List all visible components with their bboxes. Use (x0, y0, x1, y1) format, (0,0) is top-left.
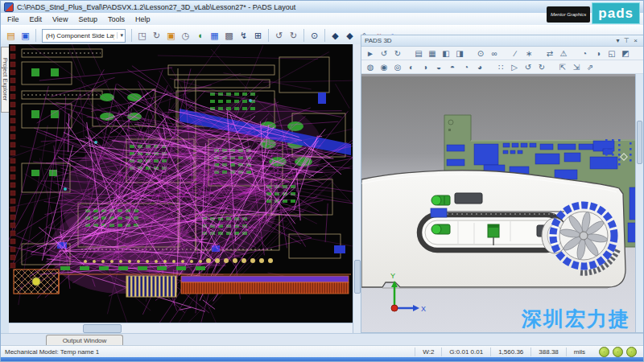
panel-close-icon[interactable]: × (631, 37, 640, 44)
route-icon[interactable]: ↯ (237, 29, 250, 43)
panel-vertical-scrollbar-thumb[interactable] (637, 121, 642, 164)
panel-pin-icon[interactable]: ⊤ (622, 37, 631, 44)
save-icon[interactable]: ▣ (19, 29, 32, 43)
chevron-down-icon: ▾ (117, 32, 123, 39)
panel-menu-icon[interactable]: ▾ (613, 37, 622, 44)
view-back-icon[interactable]: ◓ (446, 61, 459, 72)
menu-edit[interactable]: Edit (30, 15, 43, 23)
view-filter-2-icon[interactable]: ◆ (343, 29, 357, 43)
status-bar: Mechanical Model: Temp name 1 W:2 G:0.01… (1, 345, 643, 358)
measure-z-icon[interactable]: ⇲ (570, 61, 583, 72)
select-icon[interactable]: ► (364, 47, 377, 59)
view-left-icon[interactable]: ◐ (405, 61, 418, 72)
sheet-icon[interactable]: ▤ (412, 47, 425, 59)
layer-dropdown-value: (H) Component Side Lay (46, 32, 114, 39)
align-icon[interactable]: ⇄ (543, 47, 556, 59)
view-filter-1-icon[interactable]: ◆ (328, 29, 342, 43)
clock-icon[interactable]: ◷ (179, 29, 192, 43)
collision-warning-icon[interactable]: ⚠ (557, 47, 570, 59)
axis-y-label: Y (390, 272, 395, 280)
layer-dropdown[interactable]: (H) Component Side Lay ▾ (42, 29, 126, 43)
board-outline-icon[interactable]: ▣ (164, 29, 178, 43)
window-bottom-border (1, 357, 643, 362)
status-green-button-2[interactable]: ∙ (613, 347, 623, 357)
toolbar-separator (35, 29, 36, 42)
pads-logo: pads (592, 2, 640, 24)
board-view-icon[interactable]: ▦ (426, 47, 439, 59)
pcb-layout-canvas[interactable] (9, 44, 353, 323)
measure-angle-icon[interactable]: ⇗ (584, 61, 597, 72)
layout-vertical-scrollbar-thumb[interactable] (354, 260, 361, 294)
properties-icon[interactable]: ◳ (135, 29, 149, 43)
layout-horizontal-scrollbar[interactable] (9, 323, 353, 334)
project-explorer-strip: Project Explorer (1, 44, 9, 333)
pads-3d-panel: PADS 3D ▾ ⊤ × ► ↺ ↻ ▤ ▦ ◧ ◨ ⊙ ∞ ∕ ∗ ⇄ ⚠ … (361, 35, 644, 333)
circle-view-a-icon[interactable]: ◔ (578, 47, 591, 59)
status-green-button-1[interactable]: ∙ (599, 347, 609, 357)
layout-horizontal-scrollbar-thumb[interactable] (83, 324, 122, 333)
menu-tools[interactable]: Tools (108, 15, 125, 23)
toolbar-separator (324, 29, 325, 42)
zoom-icon[interactable]: ⊙ (308, 29, 321, 43)
circle-view-b-icon[interactable]: ◑ (592, 47, 605, 59)
rotate-left-icon[interactable]: ↺ (378, 47, 390, 59)
output-window-tab[interactable]: Output Window (46, 335, 123, 346)
photo-view-icon[interactable]: ▩ (222, 29, 236, 43)
view-right-icon[interactable]: ◑ (419, 61, 431, 72)
solid-view-icon[interactable]: ◧ (440, 47, 452, 59)
search-3d-icon[interactable]: ∞ (488, 47, 501, 59)
status-units: mils (566, 348, 592, 356)
toolbar-separator (303, 29, 304, 42)
snap-points-icon[interactable]: ∗ (522, 47, 535, 59)
transparent-view-icon[interactable]: ◨ (453, 47, 466, 59)
view-iso-icon[interactable]: ◍ (364, 61, 377, 72)
view-bottom-icon[interactable]: ◎ (391, 61, 404, 72)
pads-3d-title: PADS 3D (365, 37, 613, 44)
menu-file[interactable]: File (7, 15, 19, 23)
pad-stacks-icon[interactable]: ⊞ (251, 29, 265, 43)
view-sw-icon[interactable]: ◕ (473, 61, 486, 72)
redo-icon[interactable]: ↻ (287, 29, 300, 43)
pads-layout-window: C:\PADS_Stnd_Plus_Eval\PADSVX.1.2\Lesson… (0, 0, 644, 362)
box-view-icon[interactable]: ◩ (619, 47, 632, 59)
open-folder-icon[interactable]: ▤ (4, 29, 18, 43)
undo-icon[interactable]: ↺ (272, 29, 286, 43)
spin-right-icon[interactable]: ↻ (535, 61, 548, 72)
spin-left-icon[interactable]: ↺ (522, 61, 535, 72)
toolbar-separator (268, 29, 269, 42)
grid-icon[interactable]: ▦ (208, 29, 221, 43)
watermark-text: 深圳宏力捷 (522, 306, 630, 332)
view-ne-icon[interactable]: ◔ (460, 61, 473, 72)
pads-3d-toolbar-row1: ► ↺ ↻ ▤ ▦ ◧ ◨ ⊙ ∞ ∕ ∗ ⇄ ⚠ ◔ ◑ ◱ ◩ (361, 47, 643, 60)
zoom-3d-icon[interactable]: ⊙ (474, 47, 487, 59)
pads-3d-viewport[interactable]: Y X 深圳宏力捷 (361, 74, 643, 332)
window-title: C:\PADS_Stnd_Plus_Eval\PADSVX.1.2\Lesson… (17, 3, 295, 11)
status-buttons: ∙ ∙ ∙ (592, 347, 643, 357)
menu-view[interactable]: View (52, 15, 68, 23)
pads-3d-toolbar-row2: ◍ ◉ ◎ ◐ ◑ ◒ ◓ ◔ ◕ ∷ ▷ ↺ ↻ ⇱ ⇲ ⇗ (361, 60, 643, 74)
status-x-coordinate: 1,560.36 (490, 348, 530, 356)
pads-3d-header[interactable]: PADS 3D ▾ ⊤ × (361, 35, 643, 47)
refresh-icon[interactable]: ↻ (150, 29, 163, 43)
measure-xy-icon[interactable]: ⇱ (556, 61, 569, 72)
app-icon (4, 2, 14, 12)
measure-icon[interactable]: ∕ (509, 47, 522, 59)
status-width: W:2 (415, 348, 441, 356)
menu-setup[interactable]: Setup (78, 15, 97, 23)
view-top-icon[interactable]: ◉ (378, 61, 390, 72)
eco-mode-icon[interactable]: ◖ (193, 29, 207, 43)
output-row: Output Window (1, 333, 643, 346)
grid-points-icon[interactable]: ∷ (494, 61, 507, 72)
pads-3d-scene: Y X (361, 74, 638, 332)
pcb-artwork (9, 44, 353, 323)
view-front-icon[interactable]: ◒ (432, 61, 445, 72)
status-message: Mechanical Model: Temp name 1 (1, 348, 415, 356)
axis-x-label: X (421, 305, 426, 313)
pick-cursor-icon[interactable]: ▷ (508, 61, 521, 72)
menu-help[interactable]: Help (135, 15, 151, 23)
panel-vertical-scrollbar[interactable] (635, 74, 643, 332)
status-green-button-3[interactable]: ∙ (626, 347, 637, 357)
status-y-coordinate: 388.38 (530, 348, 565, 356)
export-3d-icon[interactable]: ◱ (605, 47, 618, 59)
rotate-right-icon[interactable]: ↻ (391, 47, 404, 59)
